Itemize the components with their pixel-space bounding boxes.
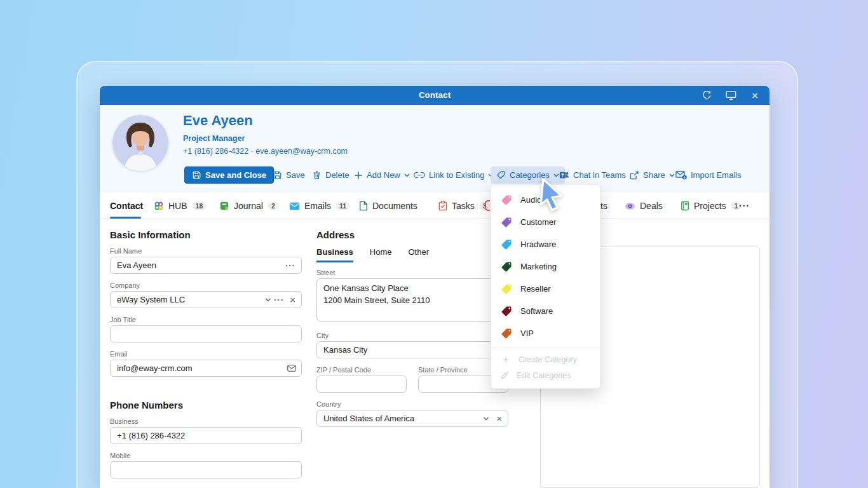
tag-icon (496, 170, 506, 180)
tag-icon (501, 328, 512, 339)
add-new-button[interactable]: Add New (354, 166, 410, 184)
field-label: Mobile (110, 452, 302, 459)
emails-badge: 11 (336, 201, 350, 211)
hub-badge: 18 (192, 201, 207, 211)
category-item[interactable]: VIP (491, 322, 600, 344)
section-heading: Basic Information (110, 229, 302, 240)
monitor-icon[interactable] (724, 88, 738, 102)
basic-information-section: Basic Information Full Name ··· Company … (110, 219, 302, 486)
clear-icon[interactable]: × (290, 294, 295, 305)
avatar (112, 115, 168, 171)
mobile-phone-input[interactable] (110, 461, 302, 478)
tag-icon (501, 239, 512, 250)
category-item[interactable]: Reseller (491, 278, 600, 300)
ellipsis-button[interactable]: ··· (285, 261, 295, 270)
tasks-icon (438, 201, 447, 211)
category-item[interactable]: Hradware (491, 233, 600, 255)
link-icon (414, 171, 425, 179)
city-field: City (316, 332, 508, 358)
close-icon[interactable]: × (748, 88, 762, 102)
full-name-field: Full Name ··· (110, 247, 302, 274)
zip-field: ZIP / Postal Code (316, 366, 407, 393)
share-button[interactable]: Share (629, 166, 675, 184)
contact-email[interactable]: eve.ayeen@way-crm.com (255, 147, 348, 156)
delete-button[interactable]: Delete (312, 166, 349, 184)
edit-categories-item[interactable]: Edit Categories (491, 367, 600, 383)
chevron-down-icon (265, 298, 271, 302)
window-title: Contact (100, 86, 770, 105)
address-tab-home[interactable]: Home (370, 247, 392, 262)
plus-icon (354, 171, 363, 180)
trash-icon (312, 170, 322, 180)
company-input[interactable] (110, 291, 302, 308)
tab-projects[interactable]: Projects 1 (681, 197, 742, 215)
contact-phone[interactable]: +1 (816) 286-4322 (183, 147, 248, 156)
category-label: VIP (520, 329, 534, 338)
send-email-button[interactable] (287, 360, 296, 377)
email-input[interactable] (110, 360, 302, 377)
tab-documents[interactable]: Documents (359, 197, 417, 215)
module-tabbar: Contact HUB 18 Journal 2 Email (100, 193, 770, 219)
category-label: Reseller (520, 284, 551, 294)
tabs-overflow-button[interactable]: ··· (739, 197, 750, 215)
category-item[interactable]: Marketing (491, 255, 600, 278)
business-phone-input[interactable] (110, 427, 302, 444)
field-label: Email (110, 350, 302, 358)
tab-contact[interactable]: Contact (110, 197, 143, 215)
zip-input[interactable] (316, 376, 407, 393)
document-icon (359, 201, 368, 211)
country-input[interactable] (316, 410, 508, 427)
job-title-input[interactable] (110, 325, 302, 342)
mobile-phone-field: Mobile (110, 452, 302, 478)
category-item[interactable]: Software (491, 300, 600, 322)
hub-icon (154, 201, 164, 211)
tag-icon (501, 283, 512, 295)
full-name-input[interactable] (110, 257, 302, 274)
tab-journal[interactable]: Journal 2 (219, 197, 279, 215)
field-label: Full Name (110, 247, 302, 255)
category-label: Hradware (520, 240, 556, 249)
sync-icon[interactable] (700, 88, 714, 102)
import-mail-icon (675, 170, 687, 180)
mouse-cursor (538, 178, 567, 214)
save-icon (273, 170, 282, 180)
ellipsis-button[interactable]: ··· (274, 295, 284, 304)
tab-tasks[interactable]: Tasks 3 (438, 197, 491, 215)
address-tabbar: Business Home Other (316, 247, 508, 262)
contact-window: Contact × (100, 86, 770, 488)
projects-icon (681, 201, 689, 211)
contact-name: Eve Ayeen (183, 112, 253, 129)
tag-icon (501, 217, 512, 228)
import-emails-button[interactable]: Import Emails (675, 166, 741, 184)
tag-icon (501, 261, 512, 273)
categories-menu: AudioCustomerHradwareMarketingResellerSo… (491, 184, 600, 389)
tag-icon (501, 306, 512, 317)
company-field: Company ··· × (110, 281, 302, 308)
tab-emails[interactable]: Emails 11 (289, 197, 350, 215)
contact-phone-email: +1 (816) 286-4322 · eve.ayeen@way-crm.co… (183, 147, 348, 156)
category-label: Marketing (520, 262, 557, 271)
chevron-down-icon (483, 417, 489, 421)
chat-in-teams-button[interactable]: Chat in Teams (559, 166, 626, 184)
field-label: City (316, 332, 508, 339)
save-and-close-button[interactable]: Save and Close (184, 166, 274, 184)
hidden-tab-icon-fragment[interactable] (485, 200, 490, 211)
link-to-existing-button[interactable]: Link to Existing (414, 166, 494, 184)
pencil-icon (501, 371, 509, 379)
company-dropdown-button[interactable] (265, 291, 271, 308)
tab-deals[interactable]: Deals (625, 197, 663, 215)
category-item[interactable]: Customer (491, 211, 600, 233)
tag-icon (501, 194, 512, 206)
address-tab-business[interactable]: Business (316, 247, 353, 262)
tab-hub[interactable]: HUB 18 (154, 197, 207, 215)
address-tab-other[interactable]: Other (409, 247, 430, 262)
save-button[interactable]: Save (273, 166, 305, 184)
field-label: ZIP / Postal Code (316, 366, 407, 374)
plus-icon: ＋ (501, 355, 511, 365)
create-category-item[interactable]: ＋ Create Category (491, 351, 600, 367)
country-dropdown-button[interactable] (483, 410, 489, 427)
city-input[interactable] (316, 341, 508, 358)
clear-icon[interactable]: × (496, 413, 502, 424)
street-input[interactable]: One Kansas City Place 1200 Main Street, … (316, 278, 508, 322)
contact-job-title: Project Manager (183, 134, 245, 143)
